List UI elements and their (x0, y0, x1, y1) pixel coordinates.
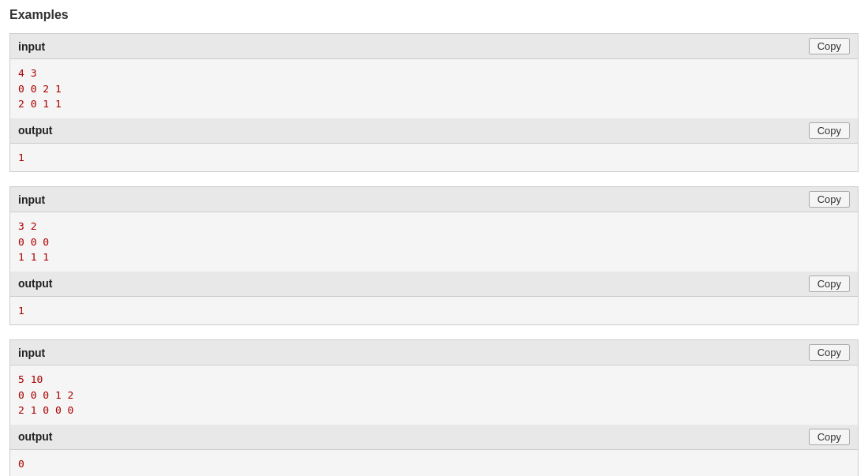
output-content-1: 1 (10, 144, 858, 172)
input-text-1: 4 3 0 0 2 1 2 0 1 1 (18, 66, 850, 112)
input-copy-button-2[interactable]: Copy (809, 191, 850, 208)
output-label-2: output (18, 277, 53, 290)
input-copy-button-3[interactable]: Copy (809, 344, 850, 361)
input-label-1: input (18, 40, 45, 53)
output-text-1: 1 (18, 150, 850, 166)
output-copy-button-1[interactable]: Copy (809, 122, 850, 139)
input-header-3: inputCopy (10, 340, 858, 365)
output-text-2: 1 (18, 303, 850, 319)
output-header-1: outputCopy (10, 118, 858, 144)
input-header-2: inputCopy (10, 187, 858, 212)
input-content-2: 3 2 0 0 0 1 1 1 (10, 212, 858, 272)
output-content-2: 1 (10, 297, 858, 325)
output-header-2: outputCopy (10, 272, 858, 297)
input-content-3: 5 10 0 0 0 1 2 2 1 0 0 0 (10, 365, 858, 425)
output-copy-button-3[interactable]: Copy (809, 429, 850, 445)
input-header-1: inputCopy (10, 34, 858, 59)
output-header-3: outputCopy (10, 425, 858, 450)
output-text-3: 0 (18, 456, 850, 472)
output-content-3: 0 (10, 450, 858, 477)
output-copy-button-2[interactable]: Copy (809, 275, 850, 292)
input-content-1: 4 3 0 0 2 1 2 0 1 1 (10, 59, 858, 118)
output-label-3: output (18, 430, 53, 443)
input-label-3: input (18, 347, 45, 359)
example-block-2: inputCopy3 2 0 0 0 1 1 1outputCopy1 (9, 186, 859, 325)
examples-container: inputCopy4 3 0 0 2 1 2 0 1 1outputCopy1i… (9, 33, 859, 476)
example-block-1: inputCopy4 3 0 0 2 1 2 0 1 1outputCopy1 (9, 33, 859, 172)
input-text-3: 5 10 0 0 0 1 2 2 1 0 0 0 (18, 372, 850, 418)
input-label-2: input (18, 193, 45, 206)
output-label-1: output (18, 124, 53, 137)
example-block-3: inputCopy5 10 0 0 0 1 2 2 1 0 0 0outputC… (9, 339, 859, 476)
page-title: Examples (9, 8, 859, 22)
input-copy-button-1[interactable]: Copy (809, 38, 850, 54)
input-text-2: 3 2 0 0 0 1 1 1 (18, 219, 850, 265)
